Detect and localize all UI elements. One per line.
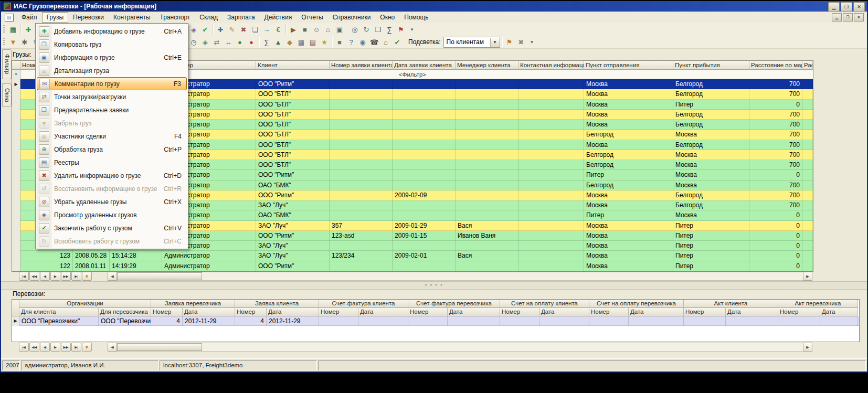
info-icon[interactable]: ◉	[357, 37, 368, 47]
shipment-add-icon[interactable]: ✚	[215, 24, 226, 35]
shipment-delete-icon[interactable]: ✖	[238, 24, 249, 35]
add-cargo-icon[interactable]: ✚	[23, 24, 34, 35]
ship-column-header[interactable]: Дата	[820, 308, 858, 316]
nav-prev-button[interactable]: ◀	[40, 272, 50, 281]
grid-view-icon[interactable]: ▦	[296, 37, 306, 47]
map-icon[interactable]: ◈	[200, 37, 210, 47]
ship-column-header[interactable]: Для перевозчика	[99, 308, 151, 316]
ship-group-header[interactable]: Заявка перевозчика	[151, 300, 235, 308]
sum-totals-icon[interactable]: ∑	[261, 37, 272, 47]
scroll-right-button[interactable]: ▶	[803, 343, 812, 352]
view-deleted-icon[interactable]: ◈	[188, 24, 199, 35]
toolbar-grip[interactable]	[3, 25, 5, 34]
nav-next-button[interactable]: ▶	[50, 343, 60, 352]
search-icon[interactable]: ◎	[350, 24, 360, 35]
point-a-icon[interactable]: ●	[235, 37, 245, 47]
menu-item[interactable]: ↺Восстановить информацию о грузеCtrl+R	[37, 182, 187, 195]
menubar-item[interactable]: Грузы	[42, 12, 69, 23]
point-b-icon[interactable]: ●	[246, 37, 257, 47]
apply-highlight-icon[interactable]: ⚑	[504, 37, 515, 47]
scrollbar-track[interactable]	[117, 272, 803, 281]
minimize-button[interactable]: ▁	[828, 2, 840, 12]
menubar-item[interactable]: Справочники	[328, 12, 376, 23]
toolbar-options-chevron[interactable]: ▾	[529, 39, 535, 45]
settings-icon[interactable]: ✱	[19, 37, 30, 47]
menu-item[interactable]: ⇄Точки загрузки/разгрузки	[37, 90, 187, 103]
menubar-item[interactable]: Отчеты	[297, 12, 327, 23]
mdi-minimize-button[interactable]: ▁	[832, 13, 842, 22]
horizontal-scrollbar[interactable]: ◀▶	[108, 272, 812, 281]
nav-next-page-button[interactable]: ▶▶	[61, 272, 71, 281]
nav-prev-page-button[interactable]: ◀◀	[29, 272, 39, 281]
table-row[interactable]: ▶ООО "Перевозчики"ООО "Перевозчики"42012…	[12, 316, 859, 326]
menu-item[interactable]: ▤Реестры	[37, 156, 187, 169]
menu-item[interactable]: ⊕Обработка грузаCtrl+P	[37, 143, 187, 156]
cargo-column-header[interactable]: Контактная информация	[518, 61, 584, 70]
menubar-item[interactable]: Окно	[375, 12, 399, 23]
ship-column-header[interactable]: Дата	[448, 308, 500, 316]
close-button[interactable]: ✕	[853, 2, 865, 12]
menubar-item[interactable]: Транспорт	[155, 12, 195, 23]
menubar-item[interactable]: Файл	[17, 12, 42, 23]
menu-item[interactable]: ⊘Убрать удаленные грузыCtrl+X	[37, 195, 187, 208]
sum-icon[interactable]: ∑	[384, 24, 395, 35]
ship-column-header[interactable]: Номер	[235, 308, 267, 316]
scrollbar-track[interactable]	[117, 343, 803, 352]
splitter[interactable]: ▪ ▪ ▪ ▪	[1, 281, 867, 290]
ship-group-header[interactable]: Счет на оплату клиента	[500, 300, 589, 308]
ship-column-header[interactable]: Номер	[684, 308, 726, 316]
menu-item[interactable]: ≡Детализация груза	[37, 64, 187, 77]
flag-icon[interactable]: ⚑	[396, 24, 406, 35]
truck-icon[interactable]: ▶	[288, 24, 299, 35]
filter-funnel-button[interactable]: ▼	[82, 343, 92, 352]
menubar-item[interactable]: Действия	[260, 12, 297, 23]
menubar-item[interactable]: Склад	[195, 12, 223, 23]
menu-item[interactable]: ✚Добавить информацию о грузеCtrl+A	[37, 25, 187, 38]
ship-group-header[interactable]: Акт перевозчика	[778, 300, 858, 308]
excel-export-icon[interactable]: ▦	[8, 24, 18, 35]
highlight-combobox[interactable]: По клиентам▼	[443, 37, 500, 48]
ship-group-header[interactable]: Счет на оплату перевозчика	[589, 300, 684, 308]
menu-item[interactable]: ✔Закончить работу с грузомCtrl+V	[37, 221, 187, 235]
menubar-item[interactable]: Зарплата	[223, 12, 260, 23]
toolbar-options-chevron[interactable]: ▾	[409, 27, 415, 32]
stats-up-icon[interactable]: ▲	[273, 37, 283, 47]
dock-tab-windows[interactable]: Окна	[2, 83, 12, 107]
nav-next-button[interactable]: ▶	[50, 272, 60, 281]
lock-icon[interactable]: ■	[334, 37, 345, 47]
clear-highlight-icon[interactable]: ✖	[516, 37, 526, 47]
ship-group-header[interactable]: Заявка клиента	[235, 300, 319, 308]
distance-icon[interactable]: ↔	[223, 37, 234, 47]
menubar-item[interactable]: Помощь	[399, 12, 433, 23]
horizontal-scrollbar[interactable]: ◀▶	[108, 343, 812, 352]
menu-item[interactable]: ❐Копировать груз	[37, 38, 187, 51]
ship-column-header[interactable]: Номер	[408, 308, 448, 316]
cargo-column-header[interactable]: Пункт отправления	[584, 61, 673, 70]
menu-item[interactable]: ◉Информация о грузеCtrl+E	[37, 51, 187, 64]
ship-group-header[interactable]: Счет-фактура клиента	[319, 300, 408, 308]
mdi-close-button[interactable]: ✕	[854, 13, 864, 22]
nav-last-button[interactable]: ▶|	[71, 272, 81, 281]
refresh-icon[interactable]: ↻	[361, 24, 372, 35]
route-icon[interactable]: ⇄	[211, 37, 222, 47]
journal-icon[interactable]: ▤	[308, 37, 318, 47]
ship-column-header[interactable]: Номер	[589, 308, 629, 316]
combobox-dropdown-icon[interactable]: ▼	[490, 38, 500, 47]
nav-prev-button[interactable]: ◀	[40, 343, 50, 352]
scrollbar-thumb[interactable]	[117, 343, 202, 351]
print-icon[interactable]: ❒	[373, 24, 383, 35]
trailer-icon[interactable]: ■	[300, 24, 310, 35]
menubar-item[interactable]: Перевозки	[68, 12, 109, 23]
report-icon[interactable]: ▣	[334, 24, 345, 35]
star-icon[interactable]: ★	[319, 37, 330, 47]
menu-item[interactable]: ▼Забрать груз	[37, 116, 187, 130]
ship-column-header[interactable]: Дата	[267, 308, 319, 316]
maximize-button[interactable]: ❐	[841, 2, 852, 12]
title-bar[interactable]: ИАС Грузоперевозки - [Рабочая информация…	[1, 1, 867, 12]
ship-column-header[interactable]: Номер	[319, 308, 358, 316]
menu-item[interactable]: ◈Просмотр удаленных грузов	[37, 208, 187, 221]
ship-column-header[interactable]: Дата	[629, 308, 684, 316]
ship-column-header[interactable]: Дата	[539, 308, 589, 316]
ship-group-header[interactable]: Счет-фактура перевозчика	[408, 300, 500, 308]
mdi-document-icon[interactable]: ▤	[5, 14, 14, 22]
